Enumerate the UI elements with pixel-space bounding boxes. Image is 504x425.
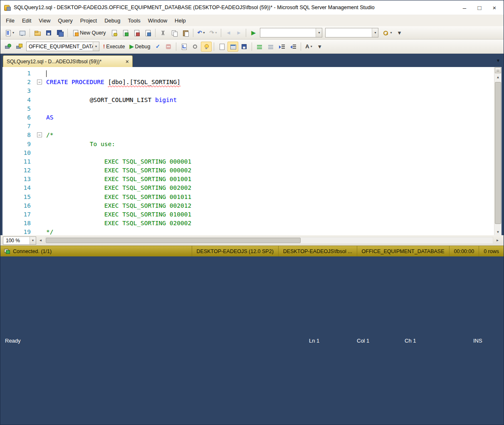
scroll-up-icon[interactable]: ▲ bbox=[494, 74, 502, 80]
code-line[interactable]: 15 EXEC TSQL_SORTING 001011 bbox=[2, 193, 494, 201]
specify-values-button-dropdown-icon[interactable]: ▾ bbox=[311, 45, 312, 48]
navigate-backward-button[interactable]: ◄ bbox=[223, 28, 233, 38]
connect-button[interactable] bbox=[2, 42, 13, 52]
navigate-forward-button[interactable]: ► bbox=[234, 28, 244, 38]
code-line[interactable]: 12 EXEC TSQL_SORTING 000002 bbox=[2, 166, 494, 175]
vertical-scroll-thumb[interactable] bbox=[495, 82, 501, 224]
code-line[interactable]: 5 bbox=[2, 104, 494, 113]
intellisense-button[interactable] bbox=[201, 42, 212, 52]
menu-tools[interactable]: Tools bbox=[124, 15, 144, 26]
code-line[interactable]: 9 To use: bbox=[2, 140, 494, 149]
code-line[interactable]: 13 EXEC TSQL_SORTING 001001 bbox=[2, 175, 494, 184]
document-list-dropdown-icon[interactable]: ▼ bbox=[496, 58, 500, 67]
comment-button[interactable] bbox=[254, 42, 265, 52]
code-line[interactable]: 1 bbox=[2, 69, 494, 78]
results-text-button[interactable] bbox=[216, 42, 227, 52]
code-line[interactable]: 3 bbox=[2, 87, 494, 95]
run-button[interactable]: ▶ bbox=[248, 28, 258, 38]
code-text bbox=[46, 87, 494, 95]
code-line[interactable]: 6AS bbox=[2, 113, 494, 122]
code-line[interactable]: 7 bbox=[2, 122, 494, 131]
find-combobox-dropdown-icon[interactable]: ▾ bbox=[372, 28, 378, 37]
horizontal-scroll-track[interactable] bbox=[45, 237, 493, 244]
zoom-dropdown-icon[interactable]: ▾ bbox=[30, 237, 36, 244]
paste-button[interactable] bbox=[180, 28, 191, 38]
execute-button[interactable]: !Execute bbox=[101, 42, 127, 52]
splitter-handle[interactable] bbox=[495, 67, 501, 73]
scroll-down-icon[interactable]: ▼ bbox=[494, 229, 502, 235]
change-connection-button[interactable] bbox=[14, 42, 25, 52]
save-button[interactable] bbox=[43, 28, 54, 38]
activity-monitor-button[interactable] bbox=[17, 28, 27, 38]
navigate-forward-glyph-icon: ► bbox=[236, 30, 242, 35]
copy-button[interactable] bbox=[169, 28, 180, 38]
database-combobox-dropdown-icon[interactable]: ▾ bbox=[93, 42, 99, 51]
code-lines[interactable]: 12−CREATE PROCEDURE [dbo].[TSQL_SORTING]… bbox=[2, 67, 494, 235]
undo-button[interactable]: ↶▾ bbox=[195, 28, 207, 38]
estimated-plan-button[interactable] bbox=[178, 42, 189, 52]
specify-values-button[interactable]: A▾ bbox=[303, 42, 314, 52]
vertical-scroll-track[interactable] bbox=[494, 80, 502, 229]
fold-collapse-icon[interactable]: − bbox=[37, 132, 42, 137]
horizontal-scroll-thumb[interactable] bbox=[46, 238, 301, 243]
close-button[interactable]: × bbox=[487, 2, 502, 13]
menu-project[interactable]: Project bbox=[77, 15, 101, 26]
transaction-combobox[interactable]: ▾ bbox=[260, 28, 322, 37]
debug-button[interactable]: ▶Debug bbox=[128, 42, 153, 52]
parse-button[interactable]: ✓ bbox=[153, 42, 163, 52]
menu-file[interactable]: File bbox=[2, 15, 18, 26]
menu-query[interactable]: Query bbox=[54, 15, 76, 26]
mdx-query-button[interactable] bbox=[131, 28, 142, 38]
new-query-button[interactable]: New Query bbox=[70, 28, 108, 38]
find-combobox[interactable]: ▾ bbox=[325, 28, 378, 37]
code-line[interactable]: 17 EXEC TSQL_SORTING 010001 bbox=[2, 210, 494, 219]
maximize-button[interactable]: □ bbox=[472, 2, 487, 13]
redo-button-dropdown-icon[interactable]: ▾ bbox=[215, 31, 217, 35]
redo-button[interactable]: ↷▾ bbox=[207, 28, 219, 38]
new-query-split-button-dropdown-icon[interactable]: ▾ bbox=[12, 31, 14, 35]
cancel-query-button[interactable] bbox=[163, 42, 174, 52]
database-engine-query-button[interactable] bbox=[109, 28, 119, 38]
toolbar2-overflow[interactable]: ▾ bbox=[315, 42, 325, 52]
find-options-button[interactable]: ▾ bbox=[380, 28, 394, 38]
scroll-right-icon[interactable]: ► bbox=[494, 237, 501, 244]
indent-button[interactable] bbox=[277, 42, 287, 52]
uncomment-button[interactable] bbox=[265, 42, 276, 52]
vertical-scrollbar[interactable]: ▲ ▼ bbox=[494, 67, 502, 235]
code-line[interactable]: 8−/* bbox=[2, 131, 494, 139]
find-options-button-dropdown-icon[interactable]: ▾ bbox=[390, 31, 392, 35]
transaction-combobox-dropdown-icon[interactable]: ▾ bbox=[316, 28, 322, 37]
cut-button[interactable] bbox=[158, 28, 168, 38]
code-line[interactable]: 4 @SORT_COLUMN_LIST bigint bbox=[2, 96, 494, 104]
menu-edit[interactable]: Edit bbox=[18, 15, 35, 26]
code-line[interactable]: 11 EXEC TSQL_SORTING 000001 bbox=[2, 157, 494, 166]
code-line[interactable]: 16 EXEC TSQL_SORTING 002012 bbox=[2, 201, 494, 210]
analysis-services-query-button[interactable] bbox=[120, 28, 131, 38]
code-line[interactable]: 2−CREATE PROCEDURE [dbo].[TSQL_SORTING] bbox=[2, 78, 494, 87]
open-file-button[interactable] bbox=[32, 28, 43, 38]
tab-close-icon[interactable]: × bbox=[126, 59, 129, 65]
scroll-left-icon[interactable]: ◄ bbox=[37, 237, 44, 244]
menu-view[interactable]: View bbox=[35, 15, 54, 26]
code-line[interactable]: 19*/ bbox=[2, 228, 494, 235]
minimize-button[interactable]: – bbox=[457, 2, 472, 13]
tab-sqlquery12[interactable]: SQLQuery12.sql - D...ADEOJS\fbsol (59))*… bbox=[3, 55, 133, 67]
query-options-button[interactable] bbox=[190, 42, 200, 52]
results-file-button[interactable] bbox=[239, 42, 250, 52]
zoom-combobox[interactable]: 100 % ▾ bbox=[3, 236, 36, 245]
fold-collapse-icon[interactable]: − bbox=[37, 80, 42, 85]
new-query-split-button[interactable]: ▾ bbox=[2, 28, 16, 38]
toolbar1-overflow[interactable]: ▾ bbox=[394, 28, 404, 38]
outdent-button[interactable] bbox=[288, 42, 299, 52]
save-all-button[interactable] bbox=[54, 28, 65, 38]
database-combobox[interactable]: OFFICE_EQUIPMENT_DATAE▾ bbox=[26, 42, 99, 51]
menu-help[interactable]: Help bbox=[171, 15, 190, 26]
code-line[interactable]: 10 bbox=[2, 149, 494, 157]
menu-window[interactable]: Window bbox=[144, 15, 171, 26]
results-grid-button[interactable] bbox=[227, 42, 238, 52]
code-line[interactable]: 14 EXEC TSQL_SORTING 002002 bbox=[2, 184, 494, 192]
xmla-query-button[interactable] bbox=[142, 28, 153, 38]
undo-button-dropdown-icon[interactable]: ▾ bbox=[203, 31, 205, 35]
code-line[interactable]: 18 EXEC TSQL_SORTING 020002 bbox=[2, 219, 494, 228]
menu-debug[interactable]: Debug bbox=[101, 15, 124, 26]
